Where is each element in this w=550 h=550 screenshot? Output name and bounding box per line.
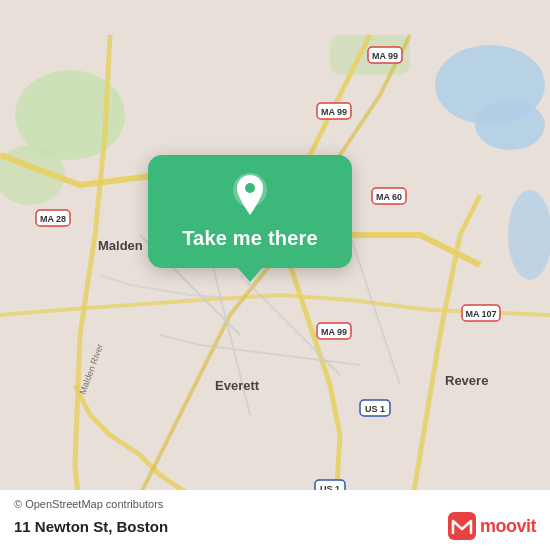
- svg-text:US 1: US 1: [365, 404, 385, 414]
- location-pin-icon: [228, 173, 272, 217]
- svg-text:Revere: Revere: [445, 373, 488, 388]
- svg-text:MA 99: MA 99: [372, 51, 398, 61]
- svg-text:Malden: Malden: [98, 238, 143, 253]
- svg-text:MA 60: MA 60: [376, 192, 402, 202]
- address-label: 11 Newton St, Boston: [14, 518, 168, 535]
- moovit-logo: moovit: [448, 512, 536, 540]
- take-me-there-button[interactable]: Take me there: [148, 155, 352, 268]
- svg-point-35: [245, 183, 255, 193]
- map-container: Malden River MA 99 MA 99 MA 60 MA 28 MA …: [0, 0, 550, 550]
- moovit-text: moovit: [480, 516, 536, 537]
- svg-text:MA 99: MA 99: [321, 107, 347, 117]
- svg-point-3: [508, 190, 550, 280]
- svg-text:MA 107: MA 107: [465, 309, 496, 319]
- info-bar: © OpenStreetMap contributors 11 Newton S…: [0, 490, 550, 550]
- svg-text:MA 28: MA 28: [40, 214, 66, 224]
- map-attribution: © OpenStreetMap contributors: [14, 498, 536, 510]
- map-background: Malden River MA 99 MA 99 MA 60 MA 28 MA …: [0, 0, 550, 550]
- moovit-m-icon: [448, 512, 476, 540]
- take-me-there-label: Take me there: [182, 227, 318, 250]
- svg-text:MA 99: MA 99: [321, 327, 347, 337]
- svg-text:Everett: Everett: [215, 378, 260, 393]
- address-row: 11 Newton St, Boston moovit: [14, 512, 536, 540]
- svg-point-2: [475, 100, 545, 150]
